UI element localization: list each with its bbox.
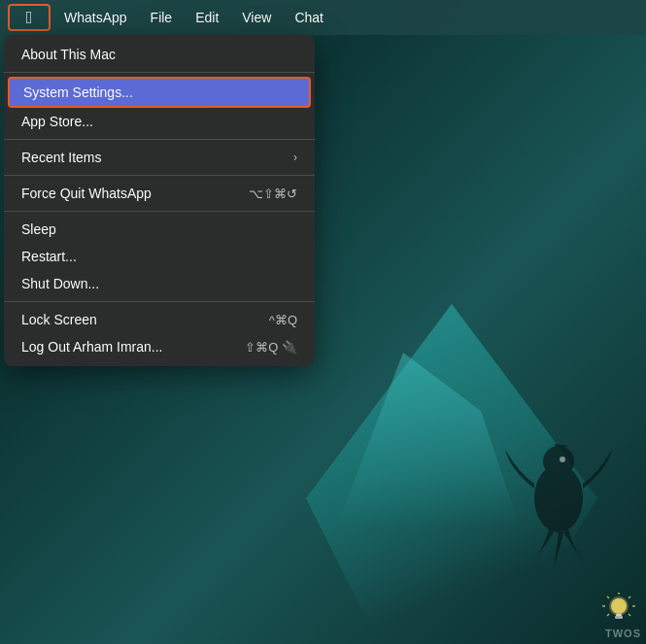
restart-label: Restart... [21,249,77,264]
menu-item-restart[interactable]: Restart... [4,243,315,270]
sleep-label: Sleep [21,221,56,237]
menubar-edit[interactable]: Edit [186,8,228,27]
twos-branding: TWOS [605,627,641,639]
apple-menu-button[interactable]:  [8,4,51,31]
log-out-shortcut: ⇧⌘Q 🔌 [245,340,297,355]
separator-3 [4,175,315,176]
log-out-label: Log Out Arham Imran... [21,339,163,355]
bird-silhouette [500,421,617,566]
svg-point-3 [560,457,565,462]
svg-point-5 [611,598,627,614]
svg-rect-7 [615,616,623,619]
apple-dropdown-menu: About This Mac System Settings... App St… [4,35,315,366]
about-mac-label: About This Mac [21,47,116,62]
recent-items-label: Recent Items [21,150,101,165]
shut-down-label: Shut Down... [21,276,99,291]
lock-screen-shortcut: ^⌘Q [269,313,297,327]
menu-item-system-settings[interactable]: System Settings... [8,77,311,108]
menubar-file[interactable]: File [141,8,183,27]
lock-screen-label: Lock Screen [21,312,97,327]
menu-item-app-store[interactable]: App Store... [4,108,315,135]
menu-item-shut-down[interactable]: Shut Down... [4,270,315,297]
menu-item-lock-screen[interactable]: Lock Screen ^⌘Q [4,306,315,333]
apple-logo-icon:  [26,9,33,26]
menu-item-recent-items[interactable]: Recent Items › [4,144,315,171]
menubar-whatsapp[interactable]: WhatsApp [54,8,137,27]
separator-1 [4,72,315,73]
menu-item-force-quit[interactable]: Force Quit WhatsApp ⌥⇧⌘↺ [4,180,315,207]
recent-items-arrow-icon: › [293,151,297,164]
force-quit-label: Force Quit WhatsApp [21,186,152,201]
force-quit-shortcut: ⌥⇧⌘↺ [249,186,297,201]
menu-item-sleep[interactable]: Sleep [4,216,315,243]
separator-2 [4,139,315,140]
svg-line-9 [629,596,630,598]
svg-line-11 [629,614,630,616]
separator-4 [4,211,315,212]
svg-line-12 [607,596,609,598]
svg-line-14 [607,614,609,616]
menu-item-about-mac[interactable]: About This Mac [4,41,315,68]
separator-5 [4,301,315,302]
svg-point-1 [543,446,574,477]
menubar-view[interactable]: View [232,8,281,27]
menubar:  WhatsApp File Edit View Chat [0,0,646,35]
menu-item-log-out[interactable]: Log Out Arham Imran... ⇧⌘Q 🔌 [4,333,315,360]
menubar-chat[interactable]: Chat [285,8,333,27]
app-store-label: App Store... [21,114,93,129]
system-settings-label: System Settings... [23,85,133,100]
